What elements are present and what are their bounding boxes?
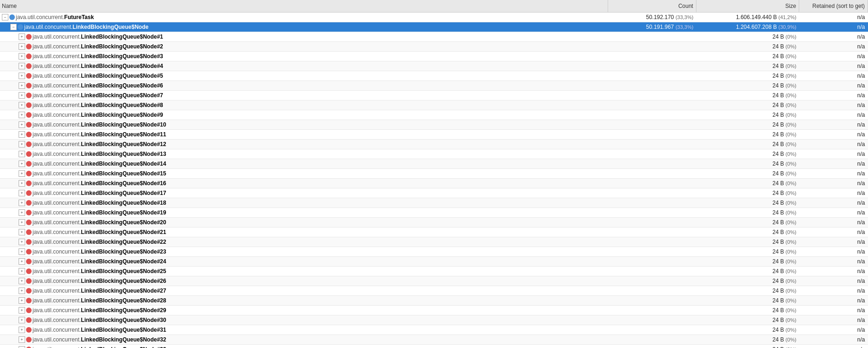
class-type-icon (26, 278, 32, 284)
table-row[interactable]: −java.util.concurrent.LinkedBlockingQueu… (0, 22, 868, 32)
expand-button[interactable]: + (19, 82, 25, 89)
retained-cell: n/a (799, 130, 868, 140)
name-cell: +java.util.concurrent.LinkedBlockingQueu… (0, 188, 608, 198)
expand-button[interactable]: + (19, 327, 25, 333)
retained-cell: n/a (799, 188, 868, 198)
table-row[interactable]: +java.util.concurrent.LinkedBlockingQueu… (0, 110, 868, 120)
table-row[interactable]: +java.util.concurrent.LinkedBlockingQueu… (0, 42, 868, 52)
expand-button[interactable]: − (2, 14, 8, 20)
expand-button[interactable]: + (19, 170, 25, 177)
table-row[interactable]: +java.util.concurrent.LinkedBlockingQueu… (0, 208, 868, 218)
class-name-text: java.util.concurrent.LinkedBlockingQueue… (24, 24, 148, 30)
col-header-name[interactable]: Name (0, 0, 608, 13)
name-cell: +java.util.concurrent.LinkedBlockingQueu… (0, 218, 608, 228)
retained-cell: n/a (799, 198, 868, 208)
table-row[interactable]: +java.util.concurrent.LinkedBlockingQueu… (0, 276, 868, 286)
table-row[interactable]: +java.util.concurrent.LinkedBlockingQueu… (0, 237, 868, 247)
expand-button[interactable]: + (19, 53, 25, 60)
table-row[interactable]: +java.util.concurrent.LinkedBlockingQueu… (0, 286, 868, 296)
table-row[interactable]: +java.util.concurrent.LinkedBlockingQueu… (0, 315, 868, 325)
expand-button[interactable]: + (19, 92, 25, 99)
table-row[interactable]: +java.util.concurrent.LinkedBlockingQueu… (0, 140, 868, 149)
table-row[interactable]: +java.util.concurrent.LinkedBlockingQueu… (0, 306, 868, 315)
expand-button[interactable]: + (19, 258, 25, 265)
table-row[interactable]: +java.util.concurrent.LinkedBlockingQueu… (0, 228, 868, 237)
size-cell: 24 B (0%) (696, 71, 799, 81)
expand-button[interactable]: + (19, 229, 25, 235)
class-type-icon (26, 151, 32, 157)
table-row[interactable]: −java.util.concurrent.FutureTask50.192.1… (0, 13, 868, 22)
class-type-icon (26, 181, 32, 186)
expand-button[interactable]: + (19, 43, 25, 50)
table-row[interactable]: +java.util.concurrent.LinkedBlockingQueu… (0, 345, 868, 348)
expand-button[interactable]: + (19, 63, 25, 69)
expand-button[interactable]: + (19, 151, 25, 157)
table-row[interactable]: +java.util.concurrent.LinkedBlockingQueu… (0, 149, 868, 159)
expand-button[interactable]: + (19, 239, 25, 245)
table-row[interactable]: +java.util.concurrent.LinkedBlockingQueu… (0, 188, 868, 198)
table-row[interactable]: +java.util.concurrent.LinkedBlockingQueu… (0, 81, 868, 91)
table-row[interactable]: +java.util.concurrent.LinkedBlockingQueu… (0, 71, 868, 81)
expand-button[interactable]: + (19, 73, 25, 79)
table-row[interactable]: +java.util.concurrent.LinkedBlockingQueu… (0, 52, 868, 61)
expand-button[interactable]: + (19, 288, 25, 294)
expand-button[interactable]: + (19, 307, 25, 314)
expand-button[interactable]: + (19, 180, 25, 187)
table-row[interactable]: +java.util.concurrent.LinkedBlockingQueu… (0, 130, 868, 140)
class-type-icon (26, 327, 32, 333)
count-cell (608, 198, 696, 208)
retained-cell: n/a (799, 315, 868, 325)
col-header-count[interactable]: Count (608, 0, 696, 13)
expand-button[interactable]: + (19, 200, 25, 206)
count-cell (608, 325, 696, 335)
expand-button[interactable]: + (19, 112, 25, 118)
table-row[interactable]: +java.util.concurrent.LinkedBlockingQueu… (0, 325, 868, 335)
retained-cell: n/a (799, 100, 868, 110)
heap-dump-table[interactable]: Name Count Size Retained (sort to get) −… (0, 0, 868, 348)
expand-button[interactable]: + (19, 102, 25, 108)
expand-button[interactable]: + (19, 268, 25, 274)
col-header-size[interactable]: Size (696, 0, 799, 13)
table-row[interactable]: +java.util.concurrent.LinkedBlockingQueu… (0, 169, 868, 179)
size-cell: 1.204.607.208 B (30,9%) (696, 22, 799, 32)
expand-button[interactable]: + (19, 141, 25, 147)
expand-button[interactable]: − (10, 24, 17, 30)
table-row[interactable]: +java.util.concurrent.LinkedBlockingQueu… (0, 120, 868, 130)
expand-button[interactable]: + (19, 131, 25, 138)
class-name-text: java.util.concurrent.LinkedBlockingQueue… (33, 317, 166, 323)
table-row[interactable]: +java.util.concurrent.LinkedBlockingQueu… (0, 267, 868, 276)
col-header-retained[interactable]: Retained (sort to get) (799, 0, 868, 13)
expand-button[interactable]: + (19, 190, 25, 196)
expand-button[interactable]: + (19, 346, 25, 348)
expand-button[interactable]: + (19, 219, 25, 226)
retained-cell: n/a (799, 71, 868, 81)
size-cell: 24 B (0%) (696, 247, 799, 257)
table-row[interactable]: +java.util.concurrent.LinkedBlockingQueu… (0, 179, 868, 188)
expand-button[interactable]: + (19, 161, 25, 167)
table-row[interactable]: +java.util.concurrent.LinkedBlockingQueu… (0, 218, 868, 228)
table-row[interactable]: +java.util.concurrent.LinkedBlockingQueu… (0, 257, 868, 267)
table-row[interactable]: +java.util.concurrent.LinkedBlockingQueu… (0, 61, 868, 71)
count-cell (608, 149, 696, 159)
table-row[interactable]: +java.util.concurrent.LinkedBlockingQueu… (0, 100, 868, 110)
expand-button[interactable]: + (19, 297, 25, 304)
table-row[interactable]: +java.util.concurrent.LinkedBlockingQueu… (0, 91, 868, 100)
class-name-text: java.util.concurrent.LinkedBlockingQueue… (33, 200, 166, 206)
table-row[interactable]: +java.util.concurrent.LinkedBlockingQueu… (0, 198, 868, 208)
table-row[interactable]: +java.util.concurrent.LinkedBlockingQueu… (0, 335, 868, 345)
class-name-text: java.util.concurrent.LinkedBlockingQueue… (33, 82, 163, 89)
expand-button[interactable]: + (19, 121, 25, 128)
size-cell: 24 B (0%) (696, 345, 799, 348)
expand-button[interactable]: + (19, 317, 25, 323)
table-row[interactable]: +java.util.concurrent.LinkedBlockingQueu… (0, 296, 868, 306)
table-row[interactable]: +java.util.concurrent.LinkedBlockingQueu… (0, 159, 868, 169)
expand-button[interactable]: + (19, 278, 25, 284)
expand-button[interactable]: + (19, 248, 25, 255)
expand-button[interactable]: + (19, 336, 25, 343)
table-row[interactable]: +java.util.concurrent.LinkedBlockingQueu… (0, 247, 868, 257)
expand-button[interactable]: + (19, 209, 25, 216)
table-row[interactable]: +java.util.concurrent.LinkedBlockingQueu… (0, 32, 868, 42)
retained-cell: n/a (799, 267, 868, 276)
expand-button[interactable]: + (19, 33, 25, 40)
class-name-text: java.util.concurrent.LinkedBlockingQueue… (33, 92, 163, 99)
